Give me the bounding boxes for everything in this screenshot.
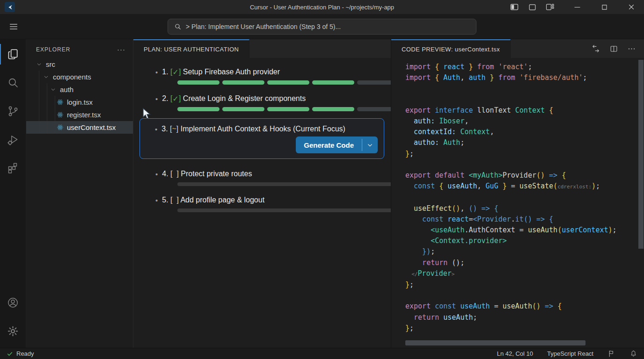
horizontal-scrollbar[interactable] (405, 340, 585, 345)
code-line: contextId: Context, (405, 127, 644, 137)
plan-list: •1. [✓] Setup Firebase Auth provider•2. … (133, 58, 391, 219)
checkbox-mark: ✓ (173, 94, 179, 103)
activity-explorer-icon[interactable] (2, 43, 24, 65)
command-palette-input[interactable]: > Plan: Implement User Authentication (S… (168, 19, 476, 35)
react-file-icon (57, 111, 64, 118)
plan-step[interactable]: •1. [✓] Setup Firebase Auth provider (139, 65, 384, 85)
more-actions-icon[interactable] (627, 44, 636, 53)
vertical-scrollbar[interactable] (638, 60, 644, 249)
code-line: export default <myAuth>Provider() => { (405, 170, 644, 181)
code-line: autho: Auth; (405, 137, 644, 148)
settings-gear-icon[interactable] (2, 320, 24, 342)
tree-item-label: login.tsx (67, 98, 93, 106)
file-tree: srccomponentsauthlogin.tsxregister.tsxus… (26, 58, 133, 134)
code-line: }; (405, 149, 644, 159)
tree-file-login-tsx[interactable]: login.tsx (26, 96, 133, 108)
plan-step-row: •1. [✓] Setup Firebase Auth provider (155, 65, 384, 79)
bullet-icon: • (155, 170, 158, 178)
tree-file-userContext-tsx[interactable]: userContext.tsx (26, 121, 133, 134)
code-line: return (); (405, 258, 644, 268)
minimize-button[interactable] (571, 1, 583, 13)
chevron-down-icon (36, 62, 43, 67)
bullet-icon: • (155, 125, 157, 133)
step-number: 5. (162, 196, 170, 204)
tree-item-label: register.tsx (67, 111, 101, 119)
code-line: useEffect(), () => { (405, 203, 644, 214)
plan-step[interactable]: •5. [ ] Add profile page & logout (139, 193, 384, 212)
code-line: import { Auth, auth } from 'firebase/aut… (405, 72, 644, 83)
step-number: 2. (162, 94, 170, 103)
checkbox-mark (173, 196, 177, 204)
tree-folder-auth[interactable]: auth (26, 83, 133, 96)
step-number: 4. (162, 170, 170, 178)
tree-folder-components[interactable]: components (26, 71, 133, 83)
plan-step[interactable]: •2. [✓] Create Login & Register componen… (139, 92, 384, 111)
bullet-icon: • (155, 68, 158, 76)
step-progress-bar (177, 80, 397, 85)
feedback-icon[interactable] (607, 350, 615, 358)
code-line (405, 192, 644, 203)
step-label: Add profile page & logout (179, 196, 264, 204)
tree-file-register-tsx[interactable]: register.tsx (26, 108, 133, 121)
progress-segment (267, 107, 309, 111)
split-editor-icon[interactable] (609, 44, 618, 53)
close-button[interactable] (625, 1, 637, 13)
menu-hamburger-icon[interactable] (7, 22, 20, 32)
step-progress-bar (177, 107, 397, 111)
tree-item-label: src (46, 60, 55, 68)
step-label: Protect private routes (179, 170, 252, 178)
explorer-more-actions[interactable]: ··· (117, 45, 125, 53)
layout-panel-left-icon[interactable] (508, 1, 520, 13)
activity-bar (0, 39, 26, 348)
language-mode[interactable]: TypeScript React (547, 350, 593, 357)
step-label: Create Login & Register components (181, 94, 306, 103)
activity-search-icon[interactable] (2, 72, 24, 94)
layout-panel-icon[interactable] (526, 1, 538, 13)
generate-code-label[interactable]: Generate Code (296, 136, 362, 153)
code-line: return useAuth; (405, 312, 644, 323)
command-bar: > Plan: Implement User Authentication (S… (0, 14, 644, 39)
status-bar: Ready Ln 42, Col 10 TypeScript React (0, 348, 644, 359)
step-label: Implement Auth Context & Hooks (Current … (178, 125, 345, 133)
plan-tab-strip: PLAN: USER AUTHENTICATION (133, 39, 391, 58)
activity-run-debug-icon[interactable] (2, 129, 24, 151)
customize-layout-icon[interactable] (544, 1, 556, 13)
activity-source-control-icon[interactable] (2, 100, 24, 122)
generate-code-dropdown-icon[interactable] (362, 136, 378, 153)
activity-extensions-icon[interactable] (2, 157, 24, 180)
plan-panel: PLAN: USER AUTHENTICATION •1. [✓] Setup … (133, 39, 391, 348)
code-line: const react=<Provider.it() => { (405, 214, 644, 225)
code-line: const { useAuth, GuG } = useState(cdrerx… (405, 181, 644, 192)
title-bar: Cursor - User Authentication Plan - ~/pr… (0, 0, 644, 14)
progress-segment (267, 80, 309, 85)
tree-folder-src[interactable]: src (26, 58, 133, 71)
compare-changes-icon[interactable] (591, 44, 600, 53)
plan-step[interactable]: •4. [ ] Protect private routes (139, 167, 384, 186)
code-line: }; (405, 323, 644, 334)
window-controls (508, 0, 644, 14)
bullet-icon: • (155, 95, 158, 103)
editor-actions (591, 39, 644, 58)
code-line (405, 94, 644, 105)
code-line: <Context.provider> (405, 236, 644, 246)
step-number: 1. (162, 68, 170, 76)
explorer-header: EXPLORER ··· (26, 39, 133, 58)
maximize-button[interactable] (598, 1, 610, 13)
plan-step-focused[interactable]: •3. [~] Implement Auth Context & Hooks (… (139, 118, 384, 159)
cursor-ide-window: Cursor - User Authentication Plan - ~/pr… (0, 0, 644, 359)
code-line: import { react } from 'react'; (405, 62, 644, 72)
explorer-sidebar: EXPLORER ··· srccomponentsauthlogin.tsxr… (26, 39, 133, 348)
generate-code-button[interactable]: Generate Code (296, 136, 378, 153)
account-icon[interactable] (2, 291, 24, 314)
cursor-position[interactable]: Ln 42, Col 10 (497, 350, 533, 357)
focus-actions: Generate Code (146, 136, 378, 153)
tab-plan[interactable]: PLAN: USER AUTHENTICATION (133, 39, 249, 58)
checkbox-mark: ✓ (173, 68, 179, 77)
tab-code-preview[interactable]: CODE PREVIEW: userContext.tsx (391, 39, 511, 58)
code-editor[interactable]: import { react } from 'react';import { A… (391, 58, 644, 348)
code-line: export const useAuth = useAuth() => { (405, 301, 644, 312)
notifications-bell-icon[interactable] (629, 350, 637, 358)
plan-step-row: •4. [ ] Protect private routes (155, 167, 384, 181)
react-file-icon (57, 124, 64, 131)
tree-item-label: auth (60, 86, 73, 93)
